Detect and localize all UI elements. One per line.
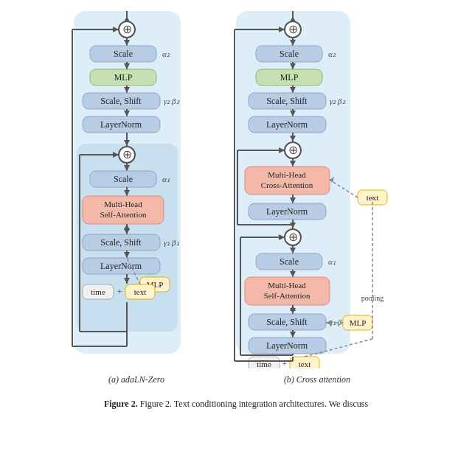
- svg-text:⊕: ⊕: [288, 23, 298, 35]
- svg-text:Scale: Scale: [280, 49, 299, 59]
- svg-text:Multi-Head: Multi-Head: [104, 200, 142, 209]
- svg-text:LayerNorm: LayerNorm: [266, 119, 308, 130]
- svg-text:Scale: Scale: [114, 174, 133, 184]
- svg-text:Self-Attention: Self-Attention: [100, 210, 147, 219]
- svg-text:Scale, Shift: Scale, Shift: [266, 317, 308, 327]
- svg-text:α₁: α₁: [328, 257, 336, 266]
- svg-text:Cross-Attention: Cross-Attention: [261, 181, 313, 189]
- svg-text:text: text: [134, 287, 147, 296]
- svg-text:γ₁ β₁: γ₁ β₁: [330, 318, 345, 326]
- svg-text:Scale: Scale: [280, 256, 299, 267]
- svg-text:LayerNorm: LayerNorm: [100, 261, 142, 271]
- figures-row: ⊕ Scale α₂ MLP Scale, Shift γ₂ β₂: [66, 7, 406, 385]
- svg-text:LayerNorm: LayerNorm: [266, 340, 308, 351]
- cross-attention-diagram: ⊕ Scale α₂ MLP Scale, Shift γ₂ β₂: [229, 7, 406, 385]
- svg-text:α₁: α₁: [162, 175, 170, 183]
- svg-text:⊕: ⊕: [288, 144, 298, 156]
- figure-caption: Figure 2. Figure 2. Text conditioning in…: [104, 397, 368, 410]
- svg-text:α₂: α₂: [162, 49, 170, 58]
- svg-text:γ₁ β₁: γ₁ β₁: [164, 238, 179, 247]
- svg-text:+: +: [117, 287, 122, 297]
- svg-text:⊕: ⊕: [122, 148, 132, 161]
- svg-text:γ₂ β₂: γ₂ β₂: [330, 97, 346, 105]
- svg-text:time: time: [91, 287, 105, 296]
- svg-text:γ₂ β₂: γ₂ β₂: [164, 97, 180, 105]
- svg-text:Scale, Shift: Scale, Shift: [100, 96, 142, 106]
- svg-text:α₂: α₂: [328, 49, 336, 58]
- cross-attention-svg: ⊕ Scale α₂ MLP Scale, Shift γ₂ β₂: [229, 7, 406, 368]
- svg-text:Scale: Scale: [114, 49, 133, 59]
- svg-text:⊕: ⊕: [122, 23, 132, 35]
- adaln-zero-caption: (a) adaLN-Zero: [108, 374, 164, 385]
- svg-text:Self-Attention: Self-Attention: [264, 291, 310, 300]
- svg-text:⊕: ⊕: [288, 231, 298, 243]
- svg-text:Scale, Shift: Scale, Shift: [100, 237, 142, 248]
- adaln-zero-svg: ⊕ Scale α₂ MLP Scale, Shift γ₂ β₂: [66, 7, 206, 368]
- svg-text:LayerNorm: LayerNorm: [100, 119, 142, 130]
- svg-text:Scale, Shift: Scale, Shift: [266, 96, 308, 106]
- svg-text:MLP: MLP: [350, 318, 367, 327]
- svg-text:text: text: [299, 360, 311, 368]
- svg-text:MLP: MLP: [280, 72, 299, 83]
- svg-text:+: +: [282, 359, 288, 368]
- svg-text:MLP: MLP: [114, 72, 133, 83]
- svg-text:LayerNorm: LayerNorm: [266, 206, 308, 217]
- svg-text:Multi-Head: Multi-Head: [268, 281, 306, 290]
- adaln-zero-diagram: ⊕ Scale α₂ MLP Scale, Shift γ₂ β₂: [66, 7, 206, 385]
- cross-attention-caption: (b) Cross attention: [284, 374, 350, 385]
- svg-text:Multi-Head: Multi-Head: [268, 170, 306, 179]
